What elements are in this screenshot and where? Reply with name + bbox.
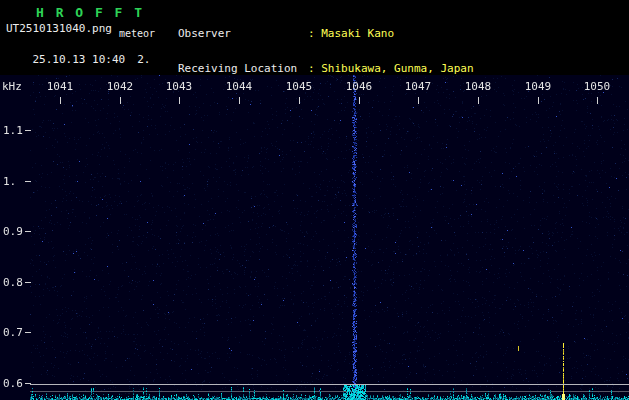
time-tick-1044: 1044 — [226, 80, 253, 93]
freq-tick-0.8: 0.8 — [3, 276, 23, 289]
time-tick-1042: 1042 — [107, 80, 134, 93]
meta-value: Masaki Kano — [321, 27, 394, 40]
freq-tick-0.6: 0.6 — [3, 377, 23, 390]
hrofft-screen: H R O F F T UT2510131040.png meteor 25.1… — [0, 0, 629, 400]
meta-separator: : — [308, 27, 315, 40]
freq-tick-0.7: 0.7 — [3, 326, 23, 339]
app-title: H R O F F T — [36, 5, 144, 20]
freq-tick-1.1: 1.1 — [3, 124, 23, 137]
counter-value: 2. — [137, 53, 150, 66]
timestamp-line: 25.10.13 10:402. — [6, 40, 150, 79]
time-tick-1043: 1043 — [166, 80, 193, 93]
time-tick-1045: 1045 — [286, 80, 313, 93]
meta-row-location: Receiving Location: Shibukawa, Gunma, Ja… — [178, 63, 527, 75]
time-tick-1046: 1046 — [346, 80, 373, 93]
mode-label: meteor — [119, 28, 155, 39]
freq-axis-unit: kHz — [2, 80, 22, 93]
spectrogram-plot: kHz 104110421043104410451046104710481049… — [0, 75, 629, 400]
observation-datetime: 25.10.13 10:40 — [33, 53, 126, 66]
freq-tick-0.9: 0.9 — [3, 225, 23, 238]
meta-label: Observer — [178, 28, 308, 40]
time-tick-1050: 1050 — [584, 80, 611, 93]
time-tick-1048: 1048 — [465, 80, 492, 93]
time-tick-1049: 1049 — [525, 80, 552, 93]
time-tick-1041: 1041 — [47, 80, 74, 93]
time-tick-1047: 1047 — [405, 80, 432, 93]
meta-value: Shibukawa, Gunma, Japan — [321, 62, 473, 75]
spectrogram-canvas — [0, 75, 629, 400]
meta-separator: : — [308, 62, 315, 75]
freq-tick-1.: 1. — [3, 175, 16, 188]
meta-row-observer: Observer: Masaki Kano — [178, 28, 527, 40]
meta-label: Receiving Location — [178, 63, 308, 75]
file-name: UT2510131040.png — [6, 22, 112, 35]
